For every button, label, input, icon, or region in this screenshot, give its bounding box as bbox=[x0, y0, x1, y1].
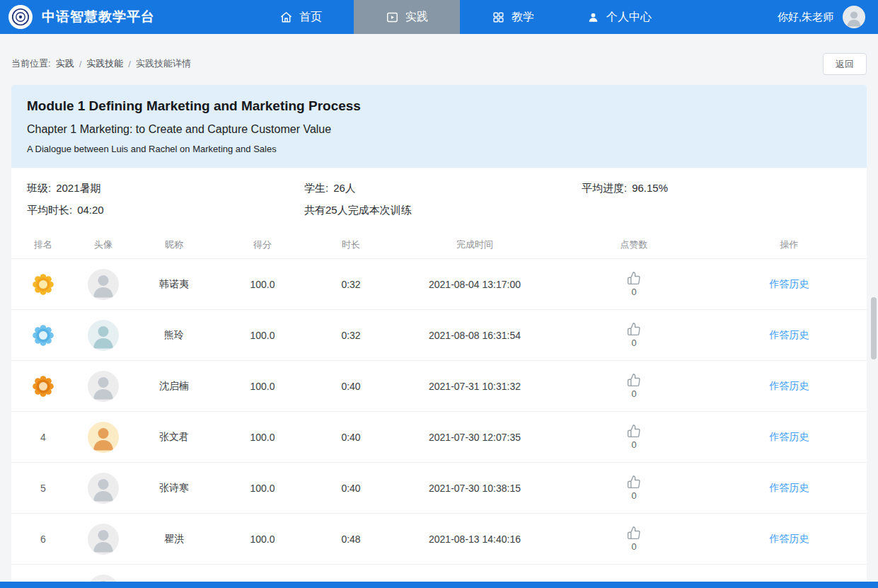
grid-icon bbox=[492, 11, 505, 24]
stat-avg-time: 平均时长:04:20 bbox=[27, 202, 304, 218]
likes-count: 0 bbox=[631, 388, 636, 399]
user-icon bbox=[587, 11, 600, 24]
score-value: 100.0 bbox=[216, 534, 308, 545]
topbar: 中语智慧教学平台 首页 实践 bbox=[0, 0, 878, 34]
answer-history-link[interactable]: 作答历史 bbox=[770, 482, 809, 495]
stat-class-label: 班级: bbox=[27, 182, 51, 194]
back-button[interactable]: 返回 bbox=[823, 53, 867, 75]
stat-students: 学生:26人 bbox=[304, 180, 582, 196]
header-nickname: 昵称 bbox=[132, 238, 216, 251]
answer-history-link[interactable]: 作答历史 bbox=[770, 278, 809, 291]
rank-number: 6 bbox=[11, 534, 75, 545]
avatar bbox=[88, 524, 119, 555]
breadcrumb-item-practice[interactable]: 实践 bbox=[56, 57, 74, 70]
rank-number: 4 bbox=[11, 432, 75, 443]
practice-video-icon bbox=[386, 11, 399, 24]
nav-item-practice[interactable]: 实践 bbox=[354, 0, 460, 34]
student-name: 张诗寒 bbox=[132, 482, 216, 495]
finish-time-value: 2021-07-31 10:31:32 bbox=[393, 381, 556, 392]
nav-label-profile: 个人中心 bbox=[606, 10, 652, 25]
duration-value: 0:32 bbox=[308, 279, 393, 290]
stat-spacer bbox=[582, 202, 851, 218]
table-row: 4 张文君 100.0 0:40 2021-07-30 12:07:35 0 作… bbox=[11, 412, 867, 463]
stat-progress-value: 96.15% bbox=[632, 182, 668, 194]
stat-class-value: 2021暑期 bbox=[56, 182, 100, 194]
header-rank: 排名 bbox=[11, 238, 75, 251]
likes-count: 0 bbox=[631, 490, 636, 501]
score-value: 100.0 bbox=[216, 483, 308, 494]
thumbs-up-icon[interactable] bbox=[627, 373, 641, 387]
user-greeting: 你好,朱老师 bbox=[778, 11, 833, 24]
header-likes: 点赞数 bbox=[556, 238, 712, 251]
finish-time-value: 2021-08-13 14:40:16 bbox=[393, 534, 556, 545]
table-row: 6 瞿洪 100.0 0:48 2021-08-13 14:40:16 0 作答… bbox=[11, 514, 867, 565]
rank-gold-medal-icon bbox=[30, 271, 57, 298]
module-title: Module 1 Defining Marketing and Marketin… bbox=[27, 97, 851, 115]
nav-item-profile[interactable]: 个人中心 bbox=[566, 0, 672, 34]
student-name: 韩诺夷 bbox=[132, 278, 216, 291]
avatar-photo bbox=[88, 422, 119, 453]
thumbs-up-icon[interactable] bbox=[627, 271, 641, 285]
duration-value: 0:32 bbox=[308, 330, 393, 341]
likes-count: 0 bbox=[631, 287, 636, 297]
header-score: 得分 bbox=[216, 238, 308, 251]
nav-label-home: 首页 bbox=[299, 10, 322, 25]
brand: 中语智慧教学平台 bbox=[0, 5, 248, 29]
stat-class: 班级:2021暑期 bbox=[27, 180, 304, 196]
stat-students-value: 26人 bbox=[333, 182, 356, 194]
score-value: 100.0 bbox=[216, 279, 308, 290]
answer-history-link[interactable]: 作答历史 bbox=[770, 533, 809, 546]
breadcrumb-separator: / bbox=[79, 59, 82, 69]
stat-completed-text: 共有25人完成本次训练 bbox=[304, 204, 412, 216]
duration-value: 0:40 bbox=[308, 381, 393, 392]
nav-item-home[interactable]: 首页 bbox=[248, 0, 354, 34]
answer-history-link[interactable]: 作答历史 bbox=[770, 380, 809, 393]
finish-time-value: 2021-07-30 10:38:15 bbox=[393, 483, 556, 494]
breadcrumb-separator: / bbox=[128, 59, 131, 69]
table-row: 熊玲 100.0 0:32 2021-08-08 16:31:54 0 作答历史 bbox=[11, 310, 867, 361]
thumbs-up-icon[interactable] bbox=[627, 526, 641, 540]
nav-item-teaching[interactable]: 教学 bbox=[460, 0, 566, 34]
answer-history-link[interactable]: 作答历史 bbox=[770, 431, 809, 444]
user-avatar[interactable] bbox=[843, 6, 865, 28]
nav-label-teaching: 教学 bbox=[512, 10, 534, 25]
header-actions: 操作 bbox=[712, 238, 867, 251]
breadcrumb: 当前位置: 实践 / 实践技能 / 实践技能详情 bbox=[11, 57, 191, 70]
chapter-title: Chapter 1 Marketing: to Create and Captu… bbox=[27, 120, 851, 138]
rank-silver-medal-icon bbox=[30, 322, 57, 349]
likes-count: 0 bbox=[631, 439, 636, 450]
answer-history-link[interactable]: 作答历史 bbox=[770, 329, 809, 342]
score-value: 100.0 bbox=[216, 330, 308, 341]
home-icon bbox=[279, 11, 293, 24]
likes-count: 0 bbox=[631, 541, 636, 552]
breadcrumb-row: 当前位置: 实践 / 实践技能 / 实践技能详情 返回 bbox=[11, 52, 867, 75]
avatar bbox=[88, 269, 119, 300]
footer-bar bbox=[0, 582, 878, 588]
stats-panel: 班级:2021暑期 学生:26人 平均进度:96.15% 平均时长:04:20 … bbox=[11, 168, 867, 231]
student-name: 沈启楠 bbox=[132, 380, 216, 393]
stat-completed: 共有25人完成本次训练 bbox=[304, 202, 582, 218]
score-value: 100.0 bbox=[216, 381, 308, 392]
finish-time-value: 2021-07-30 12:07:35 bbox=[393, 432, 556, 443]
duration-value: 0:48 bbox=[308, 534, 393, 545]
platform-title: 中语智慧教学平台 bbox=[42, 8, 155, 26]
duration-value: 0:40 bbox=[308, 432, 393, 443]
finish-time-value: 2021-08-08 16:31:54 bbox=[393, 330, 556, 341]
thumbs-up-icon[interactable] bbox=[627, 475, 641, 489]
main-nav: 首页 实践 教学 bbox=[248, 0, 672, 34]
student-name: 瞿洪 bbox=[132, 533, 216, 546]
avatar bbox=[88, 473, 119, 504]
table-header-row: 排名 头像 昵称 得分 时长 完成时间 点赞数 操作 bbox=[11, 231, 867, 259]
university-logo-icon bbox=[8, 5, 33, 29]
vertical-scrollbar-thumb[interactable] bbox=[871, 297, 877, 359]
stat-progress-label: 平均进度: bbox=[582, 182, 627, 194]
breadcrumb-item-skill[interactable]: 实践技能 bbox=[86, 57, 123, 70]
header-avatar: 头像 bbox=[75, 238, 132, 251]
stat-avg-time-value: 04:20 bbox=[77, 204, 104, 216]
thumbs-up-icon[interactable] bbox=[627, 424, 641, 438]
header-duration: 时长 bbox=[308, 238, 393, 251]
student-name: 张文君 bbox=[132, 431, 216, 444]
student-name: 熊玲 bbox=[132, 329, 216, 342]
thumbs-up-icon[interactable] bbox=[627, 322, 641, 336]
rank-bronze-medal-icon bbox=[30, 373, 57, 400]
